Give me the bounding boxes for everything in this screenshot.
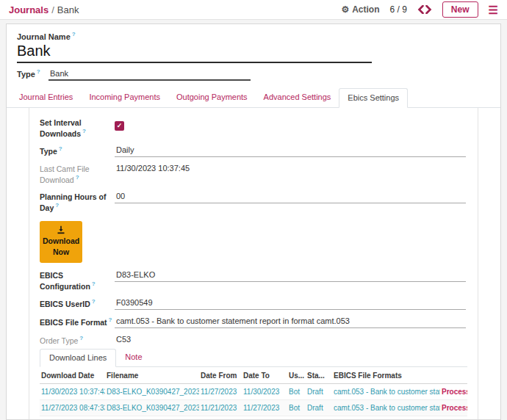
breadcrumb-separator: / <box>51 4 54 15</box>
download-icon <box>57 225 65 234</box>
table-row[interactable]: 11/27/2023 08:47:33 D83-ELKO_K0390427_20… <box>40 416 467 420</box>
top-bar: Journals / Bank ⚙ Action 6 / 9 New ☰ <box>0 0 507 20</box>
cell-download-date: 11/27/2023 08:47:33 <box>40 416 105 420</box>
col-filename[interactable]: Filename <box>105 367 199 384</box>
tab-outgoing-payments[interactable]: Outgoing Payments <box>168 88 256 107</box>
cell-user: Bot <box>287 384 306 400</box>
notebook-tabs: Journal Entries Incoming Payments Outgoi… <box>7 88 500 108</box>
ebics-configuration-input[interactable]: D83-ELKO <box>115 270 466 282</box>
col-state[interactable]: Sta... <box>306 367 332 384</box>
help-icon: ? <box>76 174 79 181</box>
cell-date-from: 11/21/2023 <box>199 400 242 416</box>
download-lines-table: Download Date Filename Date From Date To… <box>40 367 467 420</box>
help-icon: ? <box>92 298 96 305</box>
help-icon: ? <box>79 335 83 341</box>
cell-user: Bot <box>287 400 306 416</box>
ebics-userid-label: EBICS UserID? <box>40 298 115 309</box>
col-date-to[interactable]: Date To <box>242 367 287 384</box>
ebics-file-format-label: EBICS File Format? <box>40 316 115 327</box>
cell-download-date: 11/30/2023 10:37:43 <box>40 384 105 400</box>
set-interval-downloads-label: Set Interval Downloads? <box>40 117 115 139</box>
pager-next-icon[interactable] <box>425 5 432 14</box>
subtab-download-lines[interactable]: Download Lines <box>40 349 116 367</box>
cell-date-from: 11/21/2023 <box>199 416 242 420</box>
planning-hours-input[interactable]: 00 <box>115 192 466 203</box>
cell-date-from: 11/27/2023 <box>199 384 242 400</box>
action-menu-button[interactable]: ⚙ Action <box>341 4 379 15</box>
help-icon: ? <box>72 31 76 37</box>
breadcrumb: Journals / Bank <box>9 4 79 15</box>
cell-file-format: camt.053 - Bank to customer statement re… <box>332 384 440 400</box>
cell-state: Draft <box>306 416 332 420</box>
subtab-note[interactable]: Note <box>116 349 151 366</box>
col-ebics-file-formats[interactable]: EBICS File Formats <box>332 367 440 384</box>
ebics-userid-input[interactable]: F0390549 <box>115 298 466 310</box>
table-header-row: Download Date Filename Date From Date To… <box>40 367 467 384</box>
journal-form-sheet: Journal Name? Bank Type? Bank Journal En… <box>6 23 501 420</box>
cell-download-date: 11/27/2023 08:47:33 <box>40 400 105 416</box>
ebics-configuration-label: EBICS Configuration? <box>40 270 115 292</box>
set-interval-downloads-checkbox[interactable] <box>115 121 124 131</box>
last-camt-file-download-value: 11/30/2023 10:37:45 <box>115 164 466 175</box>
ebics-type-select[interactable]: Daily <box>115 145 466 157</box>
cell-file-format: camt.053 - Bank to customer statement re… <box>332 416 440 420</box>
tab-ebics-settings[interactable]: Ebics Settings <box>339 88 408 108</box>
planning-hours-label: Planning Hours of Day? <box>40 192 115 213</box>
help-icon: ? <box>92 280 96 287</box>
gear-icon: ⚙ <box>341 4 349 15</box>
journal-type-select[interactable]: Bank <box>48 69 251 81</box>
col-date-from[interactable]: Date From <box>199 367 242 384</box>
col-process <box>440 367 467 384</box>
table-row[interactable]: 11/30/2023 10:37:43 D83-ELKO_K0390427_20… <box>40 384 467 400</box>
ebics-settings-panel: Set Interval Downloads? Type? Daily Last… <box>29 108 478 420</box>
sub-notebook-tabs: Download Lines Note <box>40 349 467 367</box>
breadcrumb-journals-link[interactable]: Journals <box>9 4 48 15</box>
cell-state: Draft <box>306 400 332 416</box>
col-user[interactable]: Us... <box>287 367 306 384</box>
last-camt-file-download-label: Last Camt File Download? <box>40 164 115 185</box>
cell-date-to: 11/27/2023 <box>242 400 287 416</box>
cell-date-to: 11/27/2023 <box>242 416 287 420</box>
hamburger-menu-icon[interactable]: ☰ <box>489 4 498 15</box>
cell-state: Draft <box>306 384 332 400</box>
order-type-label: Order Type? <box>40 335 115 346</box>
tab-incoming-payments[interactable]: Incoming Payments <box>81 88 168 107</box>
tab-journal-entries[interactable]: Journal Entries <box>11 88 81 107</box>
pager-counter: 6 / 9 <box>390 4 407 15</box>
ebics-file-format-select[interactable]: camt.053 - Bank to customer statement re… <box>115 316 466 328</box>
cell-file-format: camt.053 - Bank to customer statement re… <box>332 400 440 416</box>
table-row[interactable]: 11/27/2023 08:47:33 D83-ELKO_K0390427_20… <box>40 400 467 416</box>
download-now-button[interactable]: Download Now <box>40 221 82 263</box>
breadcrumb-current: Bank <box>57 4 79 15</box>
cell-user: Bot <box>287 416 306 420</box>
help-icon: ? <box>55 202 59 209</box>
help-icon: ? <box>82 128 86 134</box>
journal-name-label: Journal Name? <box>17 31 490 41</box>
tab-advanced-settings[interactable]: Advanced Settings <box>256 88 339 107</box>
help-icon: ? <box>59 145 62 152</box>
process-button[interactable]: Process <box>440 384 467 400</box>
action-label: Action <box>352 4 379 15</box>
process-button[interactable]: Process <box>440 400 467 416</box>
process-button[interactable]: Process <box>440 416 467 420</box>
journal-name-input[interactable]: Bank <box>17 43 372 63</box>
journal-type-label: Type? <box>17 68 48 79</box>
cell-date-to: 11/30/2023 <box>242 384 287 400</box>
pager-previous-icon[interactable] <box>417 5 424 14</box>
cell-filename: D83-ELKO_K0390427_2023-11-30_C <box>105 384 199 400</box>
cell-filename: D83-ELKO_K0390427_2023-11-27_C <box>105 400 199 416</box>
help-icon: ? <box>109 316 112 323</box>
new-button[interactable]: New <box>442 1 478 18</box>
col-download-date[interactable]: Download Date <box>40 367 105 384</box>
ebics-type-label: Type? <box>40 145 115 156</box>
cell-filename: D83-ELKO_K0390427_2023-11-27_C <box>105 416 199 420</box>
help-icon: ? <box>37 68 40 75</box>
order-type-value: C53 <box>115 335 466 346</box>
